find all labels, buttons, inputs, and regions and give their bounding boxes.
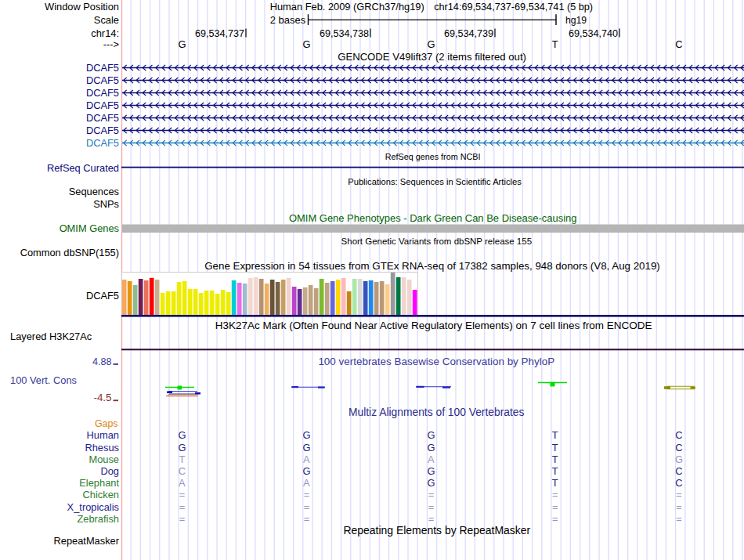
svg-text:Human Feb. 2009 (GRCh37/hg19): Human Feb. 2009 (GRCh37/hg19) <box>270 1 424 13</box>
svg-text:C: C <box>675 442 682 453</box>
svg-text:=: = <box>428 513 435 525</box>
svg-text:G: G <box>302 465 310 477</box>
svg-text:G: G <box>427 429 435 441</box>
svg-text:A: A <box>303 477 310 489</box>
svg-text:-4.5: -4.5 <box>93 392 111 403</box>
svg-text:Layered H3K27Ac: Layered H3K27Ac <box>10 331 92 342</box>
svg-text:RefSeq genes from NCBI: RefSeq genes from NCBI <box>385 152 481 161</box>
svg-text:100 vertebrates Basewise Conse: 100 vertebrates Basewise Conservation by… <box>318 356 554 367</box>
svg-text:G: G <box>427 442 435 453</box>
svg-text:2 bases: 2 bases <box>270 14 306 26</box>
svg-text:C: C <box>179 465 186 477</box>
svg-text:=: = <box>428 501 435 513</box>
svg-text:RepeatMasker: RepeatMasker <box>53 535 119 547</box>
svg-text:=: = <box>179 501 186 513</box>
svg-text:G: G <box>178 429 186 441</box>
svg-text:Rhesus: Rhesus <box>85 442 119 453</box>
svg-text:G: G <box>302 442 310 453</box>
svg-text:Dog: Dog <box>100 465 119 477</box>
svg-text:=: = <box>676 513 682 525</box>
svg-text:C: C <box>675 477 682 489</box>
svg-text:=: = <box>552 489 558 500</box>
svg-text:RefSeq Curated: RefSeq Curated <box>47 162 119 174</box>
svg-text:=: = <box>552 501 558 513</box>
svg-text:Chicken: Chicken <box>83 489 119 500</box>
svg-text:Scale: Scale <box>94 14 119 26</box>
svg-text:C: C <box>675 429 682 441</box>
svg-text:T: T <box>552 453 558 465</box>
svg-text:DCAF5: DCAF5 <box>86 99 119 111</box>
svg-text:=: = <box>552 513 558 525</box>
svg-text:chr14:: chr14: <box>91 27 119 39</box>
svg-text:T: T <box>552 429 558 441</box>
svg-text:=: = <box>428 489 435 500</box>
svg-text:Gaps: Gaps <box>95 418 118 429</box>
svg-text:X_tropicalis: X_tropicalis <box>67 501 119 513</box>
svg-text:DCAF5: DCAF5 <box>86 125 119 136</box>
svg-text:=: = <box>676 489 682 500</box>
svg-text:4.88: 4.88 <box>92 356 112 367</box>
svg-text:T: T <box>552 442 558 453</box>
svg-text:Short Genetic Variants from db: Short Genetic Variants from dbSNP releas… <box>341 237 532 246</box>
svg-text:=: = <box>179 513 186 525</box>
svg-text:C: C <box>675 465 682 477</box>
svg-text:Publications: Sequences in Sci: Publications: Sequences in Scientific Ar… <box>348 177 522 186</box>
svg-text:--->: ---> <box>103 38 119 50</box>
svg-text:G: G <box>427 465 435 477</box>
svg-text:G: G <box>302 38 310 50</box>
svg-text:T: T <box>552 477 558 489</box>
svg-text:H3K27Ac Mark (Often Found Near: H3K27Ac Mark (Often Found Near Active Re… <box>215 320 652 331</box>
svg-text:=: = <box>179 489 186 500</box>
svg-text:G: G <box>178 442 186 453</box>
svg-text:=: = <box>676 501 682 513</box>
svg-text:chr14:69,534,737-69,534,741 (5: chr14:69,534,737-69,534,741 (5 bp) <box>434 2 593 13</box>
svg-text:Mouse: Mouse <box>88 453 119 465</box>
svg-text:G: G <box>427 38 435 50</box>
svg-text:G: G <box>178 38 186 50</box>
svg-text:hg19: hg19 <box>565 15 587 26</box>
svg-text:T: T <box>552 38 558 50</box>
svg-text:100 Vert. Cons: 100 Vert. Cons <box>10 374 77 386</box>
svg-text:DCAF5: DCAF5 <box>86 290 119 302</box>
svg-text:G: G <box>302 429 310 441</box>
svg-text:Repeating Elements by RepeatMa: Repeating Elements by RepeatMasker <box>344 524 531 537</box>
svg-text:T: T <box>552 465 558 477</box>
svg-text:C: C <box>675 38 682 50</box>
svg-text:Human: Human <box>87 429 119 441</box>
svg-text:=: = <box>304 501 310 513</box>
svg-text:Elephant: Elephant <box>79 477 119 489</box>
svg-text:69,534,737: 69,534,737 <box>195 28 244 39</box>
svg-text:A: A <box>428 453 435 465</box>
svg-text:T: T <box>179 453 185 465</box>
svg-text:SNPs: SNPs <box>93 198 119 210</box>
svg-text:69,534,740: 69,534,740 <box>569 28 618 39</box>
svg-text:DCAF5: DCAF5 <box>86 112 119 124</box>
svg-text:DCAF5: DCAF5 <box>86 137 119 149</box>
svg-text:Gene Expression in 54 tissues: Gene Expression in 54 tissues from GTEx … <box>204 260 660 272</box>
svg-text:G: G <box>675 453 683 465</box>
svg-text:Sequences: Sequences <box>69 186 119 197</box>
svg-text:DCAF5: DCAF5 <box>86 74 119 86</box>
svg-text:DCAF5: DCAF5 <box>86 87 119 99</box>
svg-text:A: A <box>303 453 310 465</box>
svg-text:OMIM Gene Phenotypes - Dark Gr: OMIM Gene Phenotypes - Dark Green Can Be… <box>289 212 577 224</box>
svg-text:Window Position: Window Position <box>45 1 119 13</box>
svg-text:69,534,738: 69,534,738 <box>320 28 369 39</box>
svg-text:DCAF5: DCAF5 <box>86 62 119 74</box>
svg-text:OMIM Genes: OMIM Genes <box>60 222 119 234</box>
svg-text:GENCODE V49lift37 (2 items fil: GENCODE V49lift37 (2 items filtered out) <box>338 51 526 63</box>
svg-text:G: G <box>427 477 435 489</box>
svg-text:Common dbSNP(155): Common dbSNP(155) <box>20 247 119 258</box>
svg-text:Zebrafish: Zebrafish <box>77 513 119 525</box>
svg-text:=: = <box>304 489 310 500</box>
svg-text:Multiz Alignments of 100 Verte: Multiz Alignments of 100 Vertebrates <box>349 406 525 418</box>
svg-text:A: A <box>179 477 186 489</box>
svg-text:=: = <box>304 513 310 525</box>
svg-text:69,534,739: 69,534,739 <box>444 28 493 39</box>
